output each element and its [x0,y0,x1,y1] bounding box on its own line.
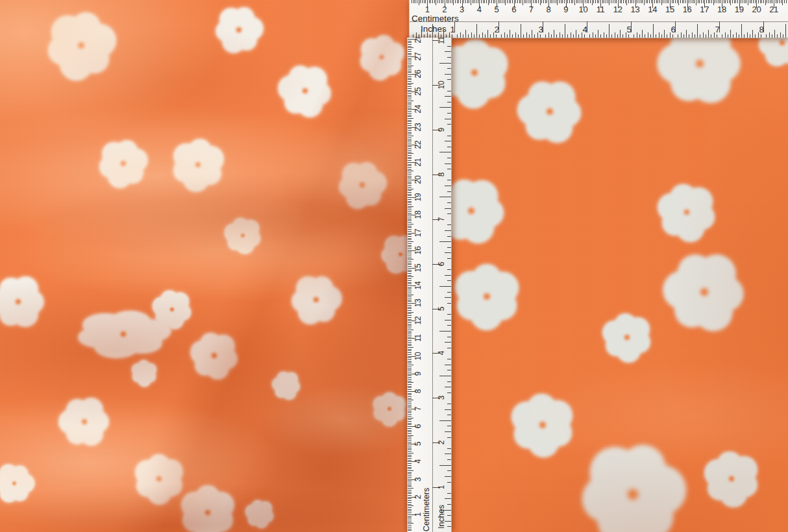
cm-tick [448,0,449,3]
cm-tick [408,83,413,84]
flower-center-dot [780,40,784,45]
cm-tick [408,449,412,450]
inch-number: 2 [490,25,503,34]
inch-tick [439,241,451,242]
inch-tick [457,34,458,38]
inch-tick [689,34,689,38]
inch-tick [487,30,488,38]
cm-tick [408,204,412,205]
cm-tick [408,208,412,208]
cm-tick [458,0,459,3]
cm-tick [649,0,650,3]
cm-tick [408,520,412,520]
inch-tick [755,34,756,38]
inch-tick [708,30,709,38]
cm-tick [408,143,412,143]
flower-print-layer [0,0,788,532]
inch-tick [683,34,684,38]
cm-tick [408,103,412,103]
cm-tick [761,0,762,3]
cm-tick [408,467,412,468]
cm-tick [408,199,412,200]
cm-tick [408,507,412,508]
flower-print [454,264,519,329]
cm-tick [408,46,412,47]
flower-print [131,360,157,386]
cm-tick [750,0,750,3]
inch-tick [445,186,451,186]
inch-tick [656,34,656,38]
inch-tick [761,34,761,38]
cm-tick [408,71,412,71]
inch-number: 5 [437,302,445,315]
inch-tick [421,30,422,38]
inch-tick [447,57,451,58]
cm-tick [408,516,412,517]
inch-tick [447,370,451,370]
cm-tick [545,0,546,3]
inch-tick [485,34,486,38]
cm-tick [457,0,458,3]
cm-tick [720,0,720,3]
flower-print [60,397,109,446]
flower-print [339,162,386,208]
cm-tick [408,328,412,328]
cm-tick [437,0,438,3]
inch-tick [774,30,775,38]
cm-tick [709,0,710,3]
cm-tick [408,296,412,296]
cm-tick [408,300,412,300]
cm-tick [763,0,764,3]
cm-tick [499,0,499,3]
cm-tick [408,210,412,210]
inch-tick [447,359,451,359]
inch-tick [443,30,444,38]
cm-tick [573,0,573,3]
flower-center-dot [121,332,125,336]
cm-tick [434,0,435,3]
cm-tick [408,428,412,429]
flower-print [291,275,341,324]
inch-tick [600,34,601,38]
cm-tick [408,152,412,152]
cm-tick [469,0,469,3]
cm-tick [408,64,412,64]
cm-tick [574,0,575,5]
inch-tick [534,34,535,38]
cm-tick [408,505,413,506]
vertical-ruler: Centimeters Inches 123456789101112131415… [407,38,452,532]
inch-tick [447,202,451,203]
fabric-product-photo: Centimeters Inches 123456789101112131415… [0,0,788,532]
cm-tick [781,0,782,3]
cm-tick [408,271,412,272]
cm-tick [729,0,730,3]
inch-tick [479,34,480,38]
cm-tick [689,0,689,3]
inch-tick [468,34,469,38]
cm-tick [408,394,412,395]
cm-tick [608,0,608,3]
cm-tick [408,465,412,466]
flower-center-dot [195,162,201,167]
cm-tick [415,0,415,3]
cm-tick [732,0,733,3]
cm-tick [536,0,537,3]
inch-tick [447,348,451,348]
cm-tick [557,0,558,5]
cm-tick [408,120,412,121]
cm-tick [424,0,425,3]
cm-tick [408,488,413,489]
cm-tick [564,0,565,3]
cm-tick [408,278,412,279]
cm-tick [632,0,632,3]
cm-tick [748,0,748,5]
inch-tick [447,169,451,169]
cm-number: 19 [414,191,422,204]
flower-print [603,313,651,361]
cm-number: 11 [594,5,607,14]
cm-tick [408,367,412,367]
cm-tick [760,0,761,3]
cm-tick [408,97,412,97]
inch-number: 4 [437,346,445,359]
cm-tick [408,62,412,62]
